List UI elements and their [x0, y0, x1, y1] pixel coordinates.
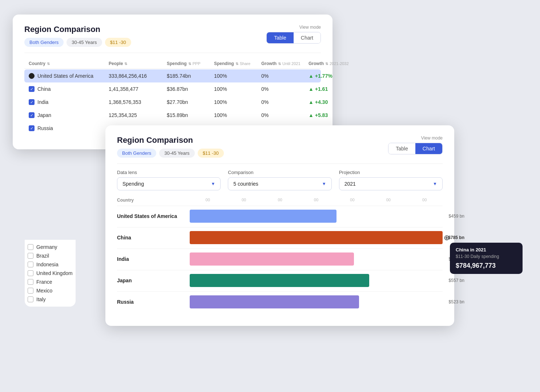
- view-toggle-front: Table Chart: [388, 143, 443, 154]
- sidebar-item-germany[interactable]: Germany: [25, 243, 76, 251]
- checkbox-germany[interactable]: [28, 244, 33, 250]
- checkbox-france[interactable]: [28, 279, 33, 285]
- filter-tag-gender-back[interactable]: Both Genders: [24, 38, 64, 47]
- filter-tag-spend-back[interactable]: $11 -30: [105, 38, 131, 47]
- chart-label-japan: Japan: [117, 278, 190, 283]
- sidebar-label-mexico: Mexico: [36, 288, 52, 294]
- bar-container-japan: $557 bn: [190, 273, 443, 288]
- sidebar-label-germany: Germany: [36, 244, 57, 250]
- filter-tag-gender-front[interactable]: Both Genders: [117, 149, 156, 158]
- axis-tick-2: 00: [242, 198, 246, 203]
- axis-tick-5: 00: [350, 198, 354, 203]
- checkbox-russia[interactable]: ✓: [29, 125, 35, 131]
- bar-container-russia: $523 bn: [190, 295, 443, 309]
- col-spending-ppp[interactable]: Spending ⇅PPP: [167, 61, 214, 66]
- sidebar-item-france[interactable]: France: [25, 278, 76, 286]
- divider-back: [24, 53, 321, 53]
- data-lens-value: Spending: [122, 181, 144, 187]
- sort-spending-ppp: ⇅: [188, 62, 191, 66]
- bar-russia[interactable]: [190, 295, 359, 308]
- axis-tick-6: 00: [386, 198, 391, 203]
- chart-tooltip: China in 2021 $11-30 Daily spending $784…: [450, 243, 523, 274]
- bar-usa[interactable]: [190, 210, 337, 223]
- table-row[interactable]: ✓ Japan 125,354,325 $15.89bn 100% 0% ▲ +…: [24, 109, 321, 122]
- chart-country-col-label: Country: [117, 198, 190, 203]
- filter-tag-age-back[interactable]: 30-45 Years: [67, 38, 102, 47]
- chart-btn-front[interactable]: Chart: [415, 143, 442, 154]
- checkbox-mexico[interactable]: [28, 288, 33, 294]
- chart-label-china: China: [117, 235, 190, 241]
- sidebar-item-mexico[interactable]: Mexico: [25, 286, 76, 295]
- checkbox-uk[interactable]: [28, 270, 33, 276]
- bar-value-china: $785 bn: [448, 235, 464, 240]
- chart-row-japan: Japan $557 bn: [117, 270, 443, 288]
- axis-tick-3: 00: [278, 198, 282, 203]
- checkbox-indonesia[interactable]: [28, 262, 33, 267]
- sidebar-country-list: Germany Brazil Indonesia United Kingdom …: [25, 240, 76, 307]
- cell-growth-2032-japan: ▲ +5.83: [309, 112, 352, 118]
- checkbox-italy[interactable]: [28, 296, 33, 302]
- panel-header-back: Region Comparison Both Genders 30-45 Yea…: [24, 25, 321, 47]
- col-spending-share[interactable]: Spending ⇅Share: [214, 61, 261, 66]
- bar-china[interactable]: [190, 231, 443, 244]
- col-people[interactable]: People ⇅: [109, 61, 167, 66]
- cell-growth-until-china: 0%: [261, 86, 309, 92]
- col-growth-2032[interactable]: Growth ⇅2021-2032: [309, 61, 352, 66]
- checkbox-brazil[interactable]: [28, 253, 33, 259]
- data-lens-group: Data lens Spending ▼: [117, 170, 221, 190]
- checkbox-india[interactable]: ✓: [29, 99, 35, 105]
- data-lens-select[interactable]: Spending ▼: [117, 177, 221, 190]
- projection-label: Projection: [339, 170, 443, 175]
- filter-tag-spend-front[interactable]: $11 -30: [198, 149, 224, 158]
- checkbox-usa[interactable]: [29, 73, 35, 79]
- bar-japan[interactable]: [190, 274, 369, 287]
- bar-india[interactable]: [190, 252, 354, 266]
- comparison-arrow: ▼: [322, 181, 326, 186]
- row-name-china: ✓ China: [29, 86, 109, 92]
- comparison-label: Comparison: [228, 170, 331, 175]
- sidebar-label-brazil: Brazil: [36, 253, 49, 259]
- bar-value-russia: $523 bn: [449, 299, 464, 304]
- projection-value: 2021: [344, 181, 356, 187]
- bar-container-china: $785 bn ⊕ China in 2021 $11-30 Daily spe…: [190, 230, 443, 245]
- table-btn-back[interactable]: Table: [267, 32, 293, 43]
- chart-btn-back[interactable]: Chart: [294, 32, 321, 43]
- sort-spending-share: ⇅: [235, 62, 238, 66]
- axis-tick-1: 00: [206, 198, 210, 203]
- sidebar-item-brazil[interactable]: Brazil: [25, 251, 76, 260]
- table-row[interactable]: ✓ China 1,41,358,477 $36.87bn 100% 0% ▲ …: [24, 82, 321, 96]
- sidebar-item-indonesia[interactable]: Indonesia: [25, 260, 76, 269]
- col-country[interactable]: Country ⇅: [29, 61, 109, 66]
- panel-header-front: Region Comparison Both Genders 30-45 Yea…: [117, 136, 443, 158]
- chart-axis: 00 00 00 00 00 00 00: [190, 198, 443, 203]
- bar-container-usa: $459 bn: [190, 209, 443, 223]
- table-row[interactable]: United States of America 333,864,256,416…: [24, 69, 321, 82]
- chart-header: Country 00 00 00 00 00 00 00: [117, 198, 443, 203]
- cell-people-usa: 333,864,256,416: [109, 73, 167, 79]
- comparison-select[interactable]: 5 countries ▼: [228, 177, 331, 190]
- projection-arrow: ▼: [433, 181, 437, 186]
- checkbox-japan[interactable]: ✓: [29, 112, 35, 118]
- cell-growth-2032-china: ▲ +1.61: [309, 86, 352, 92]
- sidebar-label-indonesia: Indonesia: [36, 262, 59, 267]
- view-mode-label-back: View mode: [299, 25, 321, 30]
- divider-front: [117, 163, 443, 164]
- cell-spending-share-china: 100%: [214, 86, 261, 92]
- sidebar-item-italy[interactable]: Italy: [25, 295, 76, 304]
- view-mode-label-front: View mode: [421, 136, 443, 141]
- cursor-icon: ⊕: [444, 233, 450, 242]
- comparison-value: 5 countries: [233, 181, 258, 187]
- table-btn-front[interactable]: Table: [388, 143, 415, 154]
- table-row[interactable]: ✓ India 1,368,576,353 $27.70bn 100% 0% ▲…: [24, 96, 321, 109]
- projection-select[interactable]: 2021 ▼: [339, 177, 443, 190]
- col-growth-until[interactable]: Growth ⇅Until 2021: [261, 61, 309, 66]
- cell-growth-2032-usa: ▲ +1.77%: [309, 73, 352, 79]
- chart-row-russia: Russia $523 bn: [117, 291, 443, 309]
- tooltip-sub: $11-30 Daily spending: [456, 254, 517, 259]
- cell-spending-ppp-usa: $185.74bn: [167, 73, 214, 79]
- checkbox-china[interactable]: ✓: [29, 86, 35, 92]
- sidebar-item-uk[interactable]: United Kingdom: [25, 269, 76, 278]
- cell-spending-ppp-japan: $15.89bn: [167, 112, 214, 118]
- filter-tag-age-front[interactable]: 30-45 Years: [159, 149, 194, 158]
- cell-growth-2032-india: ▲ +4.30: [309, 99, 352, 105]
